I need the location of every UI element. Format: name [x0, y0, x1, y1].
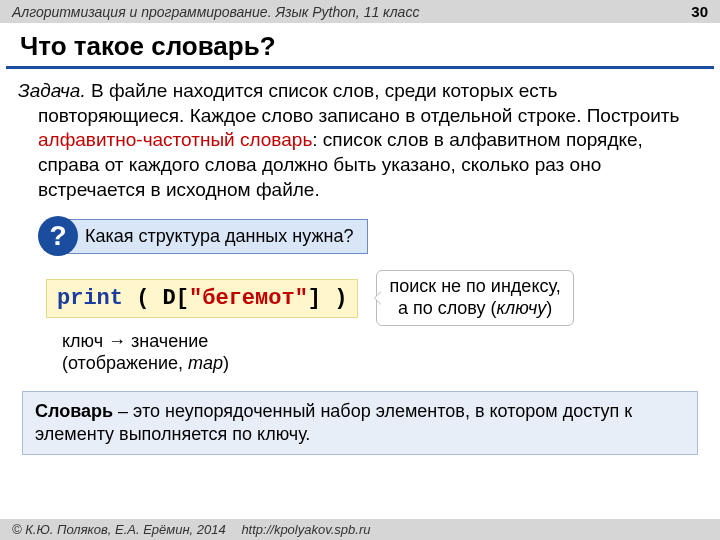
- content: Задача. В файле находится список слов, с…: [0, 79, 720, 455]
- definition-box: Словарь – это неупорядоченный набор элем…: [22, 391, 698, 456]
- mapping-paren: (отображение, map): [62, 352, 702, 375]
- mapping-subline: ключ → значение (отображение, map): [62, 330, 702, 375]
- header-bar: Алгоритмизация и программирование. Язык …: [0, 0, 720, 23]
- mapping-arrow: ключ → значение: [62, 330, 702, 353]
- task-part1: В файле находится список слов, среди кот…: [38, 80, 679, 126]
- task-label: Задача.: [18, 80, 86, 101]
- question-row: ? Какая структура данных нужна?: [38, 216, 702, 256]
- def-term: Словарь: [35, 401, 113, 421]
- code-rest2: ] ): [308, 286, 348, 311]
- task-text: Задача. В файле находится список слов, с…: [18, 79, 702, 202]
- code-rest1: ( D[: [123, 286, 189, 311]
- footer-bar: © К.Ю. Поляков, Е.А. Ерёмин, 2014 http:/…: [0, 519, 720, 540]
- def-text: – это неупорядоченный набор элементов, в…: [35, 401, 632, 444]
- code-row: print ( D["бегемот"] ) поиск не по индек…: [18, 270, 702, 325]
- page-number: 30: [691, 3, 708, 20]
- code-box: print ( D["бегемот"] ): [46, 279, 358, 318]
- slide-title: Что такое словарь?: [6, 23, 714, 69]
- question-box: Какая структура данных нужна?: [64, 219, 368, 254]
- code-keyword: print: [57, 286, 123, 311]
- note-callout: поиск не по индексу, а по слову (ключу): [376, 270, 573, 325]
- footer-copyright: © К.Ю. Поляков, Е.А. Ерёмин, 2014: [12, 522, 226, 537]
- note-line2: а по слову (ключу): [389, 298, 560, 320]
- note-line1: поиск не по индексу,: [389, 276, 560, 298]
- task-highlight: алфавитно-частотный словарь: [38, 129, 312, 150]
- code-string: "бегемот": [189, 286, 308, 311]
- course-title: Алгоритмизация и программирование. Язык …: [12, 4, 419, 20]
- footer-url: http://kpolyakov.spb.ru: [241, 522, 370, 537]
